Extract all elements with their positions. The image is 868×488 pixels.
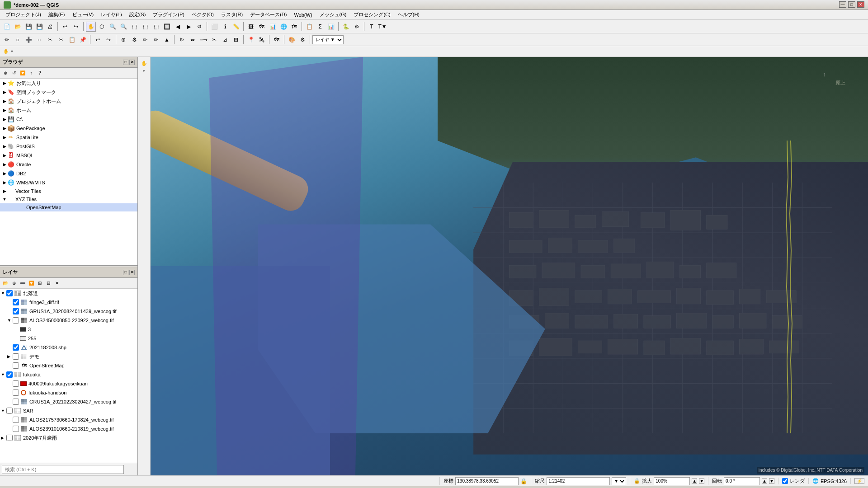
add-csv-button[interactable]: 📊 <box>268 22 278 32</box>
split-button[interactable]: ✂ <box>209 35 219 45</box>
digitize-button[interactable]: ✏ <box>2 35 12 45</box>
menu-mesh[interactable]: メッシュ(G) <box>316 10 350 19</box>
layers-collapse-button[interactable]: ⊟ <box>45 280 52 287</box>
checkbox-grus1a-2020[interactable] <box>13 308 19 314</box>
coordinates-input[interactable] <box>455 477 519 485</box>
menu-vector[interactable]: ベクタ(O) <box>188 10 217 19</box>
browser-item-oracle[interactable]: ▶ 🔴 Oracle <box>0 160 137 169</box>
print-layout-button[interactable]: 🖨 <box>45 22 55 32</box>
edit-vertex-button[interactable]: ○ <box>13 35 23 45</box>
pan3-button[interactable]: ✋ <box>2 47 10 56</box>
checkbox-handson[interactable] <box>13 389 19 396</box>
menu-view[interactable]: ビュー(V) <box>69 10 98 19</box>
browser-close-button[interactable]: ✕ <box>129 60 135 65</box>
browser-item-c-drive[interactable]: ▶ 💾 C:\ <box>0 115 137 124</box>
browser-filter-button[interactable]: 🔽 <box>19 70 26 77</box>
minimize-button[interactable]: — <box>839 1 846 8</box>
maximize-button[interactable]: □ <box>848 1 855 8</box>
checkbox-sar[interactable] <box>6 408 13 414</box>
map-canvas[interactable]: 原上 ↑ includes © DigitalGlobe, Inc.,NTT D… <box>151 57 868 475</box>
checkbox-alos2391[interactable] <box>13 426 19 432</box>
checkbox-fringe3[interactable] <box>13 299 19 305</box>
close-button[interactable]: ✕ <box>857 1 864 8</box>
undo-edit-button[interactable]: ↩ <box>93 35 103 45</box>
measure-button[interactable]: 📏 <box>231 22 241 32</box>
gpx-button[interactable]: 📍 <box>246 35 256 45</box>
menu-settings[interactable]: 設定(S) <box>126 10 150 19</box>
snap-config-button[interactable]: ⚙ <box>129 35 139 45</box>
scale-select[interactable]: ▼ <box>612 477 626 485</box>
layer-row-handson[interactable]: fukuoka-handson <box>0 388 137 397</box>
font2-button[interactable]: T▼ <box>377 22 387 32</box>
menu-help[interactable]: ヘルプ(H) <box>394 10 423 19</box>
attribute-table-button[interactable]: 📋 <box>304 22 314 32</box>
save-project-button[interactable]: 💾 <box>24 22 33 32</box>
redo-edit-button[interactable]: ↪ <box>104 35 113 45</box>
layer-row-osm[interactable]: 🗺 OpenStreetMap <box>0 361 137 370</box>
style-manager-button[interactable]: 🎨 <box>287 35 297 45</box>
browser-collapse-button[interactable]: ↑ <box>28 70 35 77</box>
layer-row-grus1a-2021[interactable]: GRUS1A_20210223020427_webcog.tif <box>0 397 137 406</box>
paste-features-button[interactable]: 📌 <box>78 35 88 45</box>
menu-web[interactable]: Web(W) <box>290 11 316 19</box>
browser-item-openstreetmap[interactable]: OpenStreetMap <box>0 203 137 211</box>
zoom-up-button[interactable]: ▲ <box>692 478 697 484</box>
messages-button[interactable]: ⚡ <box>854 478 864 484</box>
menu-edit[interactable]: 編集(E) <box>45 10 69 19</box>
pan-to-selection-button[interactable]: ⬡ <box>97 22 107 32</box>
select-features-button[interactable]: ⬜ <box>209 22 219 32</box>
browser-refresh-button[interactable]: ↺ <box>10 70 18 77</box>
checkbox-hokusho[interactable] <box>6 290 13 296</box>
layer-row-july2020[interactable]: ▶ 2020年7月豪雨 <box>0 433 137 442</box>
browser-item-mssql[interactable]: ▶ 🗄 MSSQL <box>0 151 137 160</box>
add-feature-button[interactable]: ➕ <box>24 35 33 45</box>
browser-item-home[interactable]: ▶ 🏠 ホーム <box>0 106 137 115</box>
new-project-button[interactable]: 📄 <box>2 22 12 32</box>
node-tool-button[interactable]: ▲ <box>162 35 172 45</box>
layers-expand-button[interactable]: ⊞ <box>36 280 43 287</box>
menu-database[interactable]: データベース(D) <box>246 10 290 19</box>
layers-float-button[interactable]: □ <box>123 270 128 275</box>
zoom-native-button[interactable]: 🔲 <box>162 22 172 32</box>
rotation-input[interactable] <box>724 477 760 485</box>
redo-button[interactable]: ↪ <box>71 22 81 32</box>
font-button[interactable]: T <box>367 22 377 32</box>
move-feature-button[interactable]: ↔ <box>34 35 44 45</box>
refresh-button[interactable]: ↺ <box>194 22 204 32</box>
digitize2-button[interactable]: ✏ <box>140 35 150 45</box>
zoom-next-button[interactable]: ▶ <box>184 22 193 32</box>
layer-properties-button[interactable]: ⚙ <box>297 35 307 45</box>
layer-row-hokusho[interactable]: ▼ 北落道 <box>0 289 137 298</box>
browser-item-project-home[interactable]: ▶ 🏠 プロジェクトホーム <box>0 97 137 106</box>
open-project-button[interactable]: 📂 <box>13 22 23 32</box>
browser-help-button[interactable]: ? <box>36 70 43 77</box>
add-raster-button[interactable]: 🖼 <box>246 22 256 32</box>
layer-row-alos2450[interactable]: ▼ ALOS2450000850-220922_webcog.tif <box>0 316 137 325</box>
browser-item-wms[interactable]: ▶ 🌐 WMS/WMTS <box>0 178 137 187</box>
checkbox-gyoseikuari[interactable] <box>13 380 19 387</box>
rotation-down-button[interactable]: ▼ <box>769 478 774 484</box>
render-checkbox[interactable] <box>782 478 788 484</box>
layer-row-sar[interactable]: ▼ SAR <box>0 406 137 415</box>
browser-add-button[interactable]: ⊕ <box>2 70 9 77</box>
model-designer-button[interactable]: ⚙ <box>352 22 362 32</box>
zoom-in-button[interactable]: 🔍 <box>108 22 118 32</box>
layer-row-gyoseikuari[interactable]: 400009fukuokagyoseikuari <box>0 379 137 388</box>
checkbox-osm-layer[interactable] <box>13 362 19 369</box>
digitize3-button[interactable]: ✏ <box>151 35 161 45</box>
layer-row-demo[interactable]: ▶ デモ <box>0 352 137 361</box>
browser-item-geopackage[interactable]: ▶ 📦 GeoPackage <box>0 124 137 133</box>
copy-features-button[interactable]: 📋 <box>67 35 77 45</box>
search-input[interactable] <box>2 465 124 474</box>
scale-button[interactable]: ⇔ <box>188 35 198 45</box>
save-as-button[interactable]: 💾 <box>34 22 44 32</box>
menu-layer[interactable]: レイヤ(L) <box>97 10 125 19</box>
gps-button[interactable]: 🛰 <box>257 35 267 45</box>
checkbox-fukuoka[interactable] <box>6 371 13 378</box>
zoom-down-button[interactable]: ▼ <box>699 478 704 484</box>
rotate-button[interactable]: ↻ <box>177 35 187 45</box>
add-vector-button[interactable]: 🗺 <box>257 22 267 32</box>
menu-plugins[interactable]: プラグイン(P) <box>149 10 188 19</box>
browser-item-favorites[interactable]: ▶ ⭐ お気に入り <box>0 79 137 88</box>
scale-input[interactable] <box>547 477 610 485</box>
